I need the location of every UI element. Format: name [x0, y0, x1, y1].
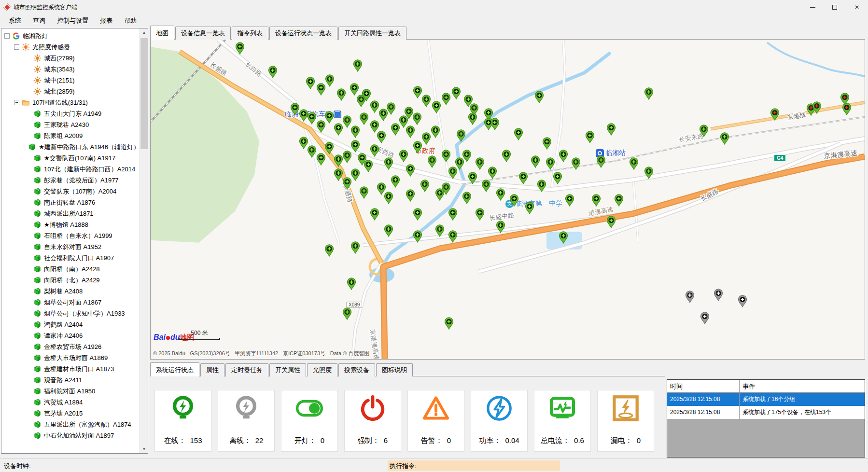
tab-bottom-0[interactable]: 系统运行状态	[150, 362, 199, 376]
map-pin-online-icon[interactable]	[353, 59, 362, 72]
tab-bottom-6[interactable]: 图标说明	[376, 363, 413, 376]
menu-item-0[interactable]: 系统	[3, 14, 27, 27]
map-pin-online-icon[interactable]	[334, 154, 343, 167]
map-canvas[interactable]: 长白路长盛路长盛路长安西路长安东路京港线长盛路长盛中路港澳高速京港澳高速京港澳高…	[150, 40, 865, 360]
tree-device-item-21[interactable]: 金桥农贸市场 A1926	[3, 341, 140, 352]
map-pin-online-icon[interactable]	[360, 112, 369, 125]
tree-device-item-6[interactable]: 彭家巷（党校后面）A1977	[3, 175, 140, 186]
tree-device-item-13[interactable]: 社会福利院大门口 A1907	[3, 252, 140, 264]
tab-map-4[interactable]: 开关回路属性一览表	[338, 27, 406, 40]
close-button[interactable]: ✕	[846, 0, 868, 14]
tab-bottom-1[interactable]: 属性	[200, 363, 224, 376]
map-pin-online-icon[interactable]	[399, 150, 408, 162]
map-pin-online-icon[interactable]	[413, 141, 422, 153]
map-pin-alarm-icon[interactable]	[770, 108, 779, 120]
map-pin-online-icon[interactable]	[413, 86, 422, 98]
map-pin-online-icon[interactable]	[351, 140, 360, 153]
tree-device-item-4[interactable]: ★交警队西(107南) A1917	[3, 153, 140, 164]
map-pin-online-icon[interactable]	[342, 115, 351, 128]
map-pin-online-icon[interactable]	[546, 157, 555, 170]
tree-sensor-item-0[interactable]: 城西(2799)	[3, 53, 140, 64]
map-pin-online-icon[interactable]	[462, 150, 472, 162]
map-pin-online-icon[interactable]	[384, 157, 393, 170]
map-pin-online-icon[interactable]	[496, 220, 505, 233]
tree-group-road107[interactable]: 107国道沿线(31/31)	[3, 97, 140, 108]
map-pin-online-icon[interactable]	[342, 177, 351, 190]
event-row-0[interactable]: 2025/3/28 12:15:08系统加载了16个分组	[667, 393, 865, 406]
map-pin-online-icon[interactable]	[644, 167, 654, 179]
tree-device-item-12[interactable]: 自来水斜对面 A1952	[3, 241, 140, 252]
tree-group-light-sensors[interactable]: 光照度传感器	[3, 42, 140, 53]
tree-device-item-23[interactable]: 金桥建材市场门口 A1873	[3, 363, 140, 375]
map-pin-offline-icon[interactable]	[685, 291, 694, 303]
map-pin-online-icon[interactable]	[364, 160, 373, 172]
map-pin-online-icon[interactable]	[525, 201, 534, 214]
map-pin-offline-icon[interactable]	[714, 288, 723, 301]
menu-item-4[interactable]: 帮助	[118, 14, 142, 27]
event-row-1[interactable]: 2025/3/28 12:15:08系统加载了175个设备，在线153个	[667, 406, 865, 419]
map-pin-online-icon[interactable]	[565, 194, 574, 207]
map-pin-online-icon[interactable]	[412, 112, 421, 125]
map-pin-online-icon[interactable]	[442, 93, 451, 105]
map-pin-online-icon[interactable]	[445, 317, 454, 330]
minimize-button[interactable]	[801, 0, 824, 14]
map-pin-online-icon[interactable]	[644, 87, 654, 100]
map-pin-online-icon[interactable]	[324, 142, 334, 154]
map-pin-online-icon[interactable]	[370, 100, 379, 113]
tree-device-item-5[interactable]: 107北（建新中路路口西）A2014	[3, 164, 140, 175]
map-pin-online-icon[interactable]	[370, 208, 379, 221]
tree-device-item-0[interactable]: 五尖山大门东 A1949	[3, 108, 140, 119]
map-pin-online-icon[interactable]	[432, 101, 441, 113]
tab-map-2[interactable]: 指令列表	[232, 27, 268, 40]
tree-device-item-14[interactable]: 向阳桥（南）A2428	[3, 264, 140, 275]
map-pin-online-icon[interactable]	[406, 189, 415, 202]
maximize-button[interactable]	[824, 0, 846, 14]
map-pin-online-icon[interactable]	[591, 194, 601, 207]
map-pin-online-icon[interactable]	[308, 111, 317, 124]
map-pin-online-icon[interactable]	[606, 123, 616, 136]
map-pin-offline-icon[interactable]	[738, 295, 747, 307]
collapse-toggle-icon[interactable]	[14, 100, 19, 105]
map-pin-online-icon[interactable]	[306, 77, 315, 89]
map-pin-online-icon[interactable]	[615, 194, 624, 207]
collapse-toggle-icon[interactable]	[4, 33, 10, 39]
map-pin-online-icon[interactable]	[462, 192, 472, 204]
map-pin-online-icon[interactable]	[488, 167, 497, 179]
map-pin-online-icon[interactable]	[406, 164, 415, 177]
map-pin-online-icon[interactable]	[448, 208, 457, 221]
tree-device-item-3[interactable]: ★建新中路路口东 A1946（辅道灯）	[3, 141, 140, 153]
map-pin-online-icon[interactable]	[351, 241, 360, 253]
menu-item-3[interactable]: 报表	[94, 14, 118, 27]
map-pin-online-icon[interactable]	[420, 180, 429, 192]
map-pin-online-icon[interactable]	[384, 192, 393, 204]
map-pin-online-icon[interactable]	[421, 132, 431, 145]
map-pin-online-icon[interactable]	[468, 172, 477, 184]
map-pin-online-icon[interactable]	[370, 144, 379, 157]
map-pin-online-icon[interactable]	[351, 125, 360, 138]
map-pin-online-icon[interactable]	[413, 230, 422, 243]
tab-map-3[interactable]: 设备运行状态一览表	[269, 27, 337, 40]
tab-bottom-4[interactable]: 光照度	[307, 363, 337, 376]
menu-item-1[interactable]: 查询	[27, 14, 51, 27]
map-pin-online-icon[interactable]	[324, 244, 334, 256]
tree-device-item-20[interactable]: 谭家冲 A2406	[3, 330, 140, 341]
map-pin-online-icon[interactable]	[268, 65, 277, 78]
map-pin-online-icon[interactable]	[442, 182, 451, 195]
map-pin-online-icon[interactable]	[537, 180, 546, 192]
map-pin-online-icon[interactable]	[452, 87, 461, 99]
tree-device-item-25[interactable]: 福利院对面 A1950	[3, 386, 140, 397]
tree-device-item-28[interactable]: 五里派出所（富源汽配）A1874	[3, 419, 140, 430]
map-pin-online-icon[interactable]	[427, 155, 436, 167]
map-pin-online-icon[interactable]	[334, 168, 343, 181]
map-pin-online-icon[interactable]	[317, 153, 326, 166]
map-pin-online-icon[interactable]	[290, 103, 299, 115]
map-pin-online-icon[interactable]	[559, 150, 568, 162]
map-pin-online-icon[interactable]	[457, 129, 466, 142]
map-pin-online-icon[interactable]	[531, 155, 540, 167]
map-pin-online-icon[interactable]	[342, 151, 351, 163]
tree-device-item-24[interactable]: 观音路 A2411	[3, 375, 140, 386]
map-pin-online-icon[interactable]	[384, 224, 393, 237]
device-tree[interactable]: 临湘路灯光照度传感器城西(2799)城东(3543)城中(2151)城北(285…	[1, 28, 140, 453]
map-pin-online-icon[interactable]	[553, 172, 562, 184]
tree-device-item-1[interactable]: 王家珑巷 A2430	[3, 119, 140, 130]
